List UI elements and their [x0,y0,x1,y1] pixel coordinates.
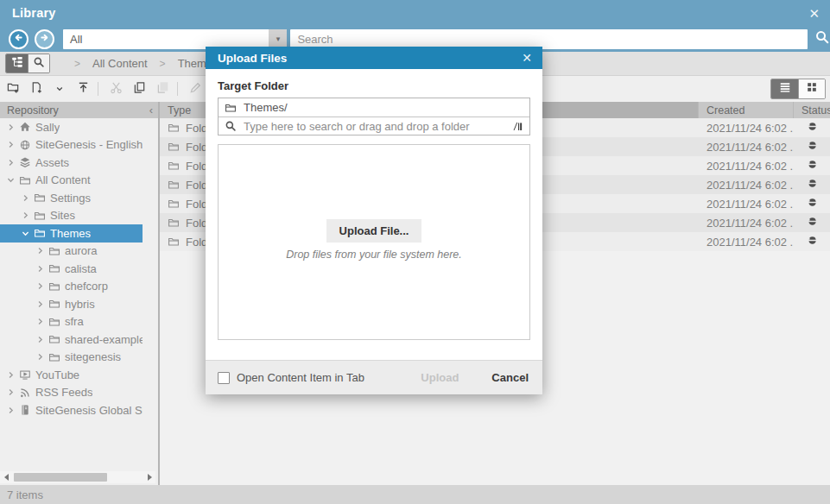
chevron-right-icon[interactable] [5,406,16,414]
sidebar-item-chefcorp[interactable]: chefcorp [0,278,143,296]
scroll-right-arrow[interactable] [143,471,155,483]
status-sync-icon [807,178,818,192]
sidebar-item-sitegenesis-global-shop[interactable]: SiteGenesis Global Shop [0,401,143,419]
chevron-right-icon[interactable] [35,353,45,361]
tree-item-label: RSS Feeds [35,386,92,399]
scrollbar-thumb[interactable] [14,473,107,482]
window-titlebar: Library ✕ [0,0,830,26]
sidebar-horizontal-scrollbar[interactable] [0,471,155,483]
magnifier-icon [33,56,45,72]
chevron-right-icon[interactable] [5,159,16,167]
cell-created: 2021/11/24 6:02 ... [699,213,794,232]
sidebar-item-assets[interactable]: Assets [0,154,143,172]
tree-item-label: sfra [65,315,84,328]
search-icon[interactable] [814,29,830,48]
cell-status [794,194,830,213]
folder-icon [47,298,61,310]
sidebar-item-sally[interactable]: Sally [0,118,143,136]
cancel-button[interactable]: Cancel [491,371,529,384]
sidebar-item-sites[interactable]: Sites [0,207,143,225]
sidebar-item-sitegenesis[interactable]: sitegenesis [0,349,143,367]
status-sync-icon [807,197,818,211]
chevron-right-icon[interactable] [35,265,45,273]
copy-button[interactable] [129,79,149,99]
youtube-icon [17,369,32,381]
chevron-right-icon[interactable] [5,371,16,379]
chevron-right-icon[interactable] [35,282,45,290]
sidebar-item-settings[interactable]: Settings [0,189,143,207]
sidebar-item-youtube[interactable]: YouTube [0,366,143,384]
home-icon [17,121,32,133]
folder-icon [32,227,47,239]
upload-button[interactable] [73,79,93,99]
chevron-right-icon[interactable] [35,247,45,255]
chevron-down-icon[interactable] [5,176,16,184]
new-item-icon [30,81,43,98]
new-item-button[interactable] [26,79,47,99]
toolbar-separator [177,82,178,96]
collapse-pane-icon[interactable]: ‹ [149,104,153,116]
paste-icon [156,81,169,98]
folder-icon [47,245,61,257]
chevron-down-icon[interactable] [20,230,30,237]
window-close-icon[interactable]: ✕ [808,7,820,20]
tree-item-label: SiteGenesis - English (Unite [35,138,143,151]
upload-file-button[interactable]: Upload File... [326,219,422,243]
filter-icon[interactable] [512,121,523,132]
tree-item-label: Sites [50,209,75,222]
dialog-close-icon[interactable]: ✕ [522,52,532,64]
new-folder-button[interactable] [3,79,23,99]
folder-search-field[interactable] [219,117,529,135]
more-chevron-button[interactable] [49,79,70,99]
chevron-right-icon[interactable] [5,123,16,131]
scrollbar-track[interactable] [12,472,143,482]
forward-button[interactable] [35,29,54,49]
sidebar-item-aurora[interactable]: aurora [0,243,143,261]
status-sync-icon [807,140,818,154]
breadcrumb-separator: > [160,58,166,70]
sidebar-item-themes[interactable]: Themes [0,224,143,243]
sidebar-item-sitegenesis-english-unite[interactable]: SiteGenesis - English (Unite [0,136,143,154]
target-folder-field[interactable]: Themes/ [219,98,529,117]
column-header-status[interactable]: Status [794,102,830,118]
file-drop-zone[interactable]: Upload File... Drop files from your file… [218,144,530,340]
chevron-right-icon[interactable] [20,194,30,202]
folder-icon [168,179,180,191]
sidebar-item-shared-example[interactable]: shared-example [0,331,143,349]
folder-search-input[interactable] [244,120,507,133]
chevron-right-icon[interactable] [5,388,16,396]
cell-created: 2021/11/24 6:02 ... [699,156,794,175]
breadcrumb-item[interactable]: All Content [92,57,148,70]
cell-created: 2021/11/24 6:02 ... [699,175,794,194]
folder-icon [32,192,47,204]
tree-view-toggle-button[interactable] [6,54,28,72]
dialog-title: Upload Files [206,52,287,65]
chevron-right-icon[interactable] [35,336,45,343]
search-view-toggle-button[interactable] [28,54,49,72]
list-view-button[interactable] [771,79,798,98]
tree-item-label: sitegenesis [65,350,121,363]
sidebar-item-sfra[interactable]: sfra [0,313,143,331]
sidebar-item-calista[interactable]: calista [0,260,143,278]
tree-item-label: hybris [65,298,95,311]
sidebar-item-all-content[interactable]: All Content [0,172,143,190]
toolbar-separator [98,82,98,96]
status-bar: 7 items [0,485,830,504]
chevron-right-icon[interactable] [35,300,45,308]
back-button[interactable] [9,29,29,49]
grid-view-button[interactable] [798,79,825,98]
scroll-left-arrow[interactable] [0,471,12,483]
chevron-right-icon[interactable] [20,211,30,219]
open-in-tab-label: Open Content Item in Tab [237,371,364,384]
chevron-right-icon[interactable] [35,318,45,325]
sidebar-item-rss-feeds[interactable]: RSS Feeds [0,384,143,402]
upload-icon [77,81,90,98]
tree-item-label: Themes [50,227,91,240]
tree-item-label: Settings [50,192,91,205]
upload-button[interactable]: Upload [421,371,459,384]
repository-pane-header: Repository ‹ [0,102,158,118]
sidebar-item-hybris[interactable]: hybris [0,295,143,313]
chevron-right-icon[interactable] [5,141,16,148]
open-in-tab-checkbox[interactable] [218,372,230,384]
column-header-created[interactable]: Created [699,102,794,118]
